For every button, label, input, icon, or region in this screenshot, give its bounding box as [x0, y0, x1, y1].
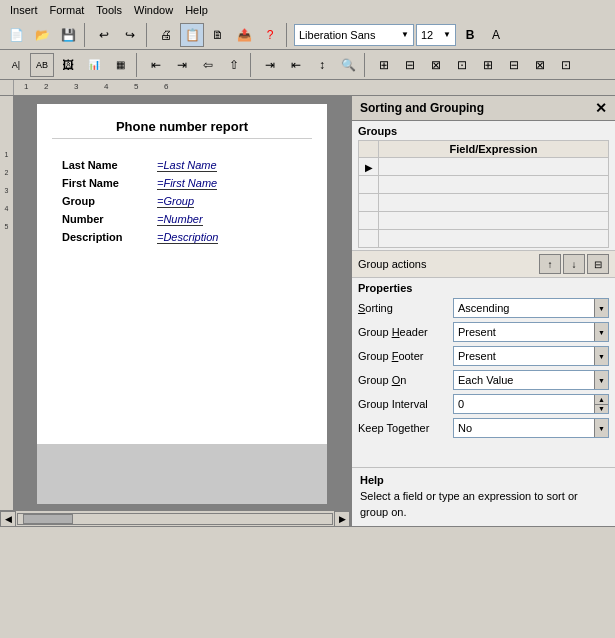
- extra7-btn[interactable]: ⊟: [502, 53, 526, 77]
- redo-btn[interactable]: ↪: [118, 23, 142, 47]
- menu-format[interactable]: Format: [44, 2, 91, 18]
- h-scroll[interactable]: ◀ ▶: [0, 510, 350, 526]
- sep1: [84, 23, 88, 47]
- font-size-dropdown-icon[interactable]: ▼: [443, 30, 451, 39]
- keeptogether-dropdown-icon[interactable]: ▼: [594, 419, 608, 437]
- menu-tools[interactable]: Tools: [90, 2, 128, 18]
- preview-btn[interactable]: 📋: [180, 23, 204, 47]
- menu-insert[interactable]: Insert: [4, 2, 44, 18]
- align-right-btn[interactable]: ⇦: [196, 53, 220, 77]
- prop-row-sorting: Sorting Ascending ▼: [358, 298, 609, 318]
- value-group: =Group: [157, 195, 194, 208]
- prop-value-groupfooter[interactable]: Present ▼: [453, 346, 609, 366]
- extra4-btn[interactable]: ⊠: [424, 53, 448, 77]
- align-down-btn[interactable]: ⇧: [222, 53, 246, 77]
- h-scrolltrack[interactable]: [17, 513, 333, 525]
- table-btn[interactable]: ▦: [108, 53, 132, 77]
- extra5-btn[interactable]: ⊡: [450, 53, 474, 77]
- open-btn[interactable]: 📂: [30, 23, 54, 47]
- group-cell-1[interactable]: [379, 158, 609, 176]
- scroll-right-btn[interactable]: ▶: [334, 511, 350, 527]
- prop-row-groupfooter: Group Footer Present ▼: [358, 346, 609, 366]
- group-row-3: [359, 194, 609, 212]
- group-row-5: [359, 230, 609, 248]
- prop-value-sorting[interactable]: Ascending ▼: [453, 298, 609, 318]
- toolbar-1: 📄 📂 💾 ↩ ↪ 🖨 📋 🗎 📤 ? Liberation Sans ▼ 12…: [0, 20, 615, 50]
- prop-value-groupon[interactable]: Each Value ▼: [453, 370, 609, 390]
- help-btn[interactable]: ?: [258, 23, 282, 47]
- sort-btn[interactable]: ↕: [310, 53, 334, 77]
- panel-title: Sorting and Grouping: [360, 101, 484, 115]
- sorting-dropdown-icon[interactable]: ▼: [594, 299, 608, 317]
- ruler-mark-4: 4: [104, 82, 108, 91]
- zoom-btn[interactable]: 🔍: [336, 53, 360, 77]
- outdent-btn[interactable]: ⇤: [284, 53, 308, 77]
- status-bar: [0, 526, 615, 544]
- scroll-left-btn[interactable]: ◀: [0, 511, 16, 527]
- panel-close-btn[interactable]: ✕: [595, 100, 607, 116]
- prop-label-groupinterval: Group Interval: [358, 398, 453, 410]
- properties-section: Properties Sorting Ascending ▼ Group Hea…: [352, 278, 615, 446]
- document-page: Phone number report Last Name =Last Name…: [37, 104, 327, 504]
- font-dropdown-icon[interactable]: ▼: [401, 30, 409, 39]
- menu-window[interactable]: Window: [128, 2, 179, 18]
- font-selector[interactable]: Liberation Sans ▼: [294, 24, 414, 46]
- groupheader-dropdown-icon[interactable]: ▼: [594, 323, 608, 341]
- ab-btn[interactable]: AB: [30, 53, 54, 77]
- menu-help[interactable]: Help: [179, 2, 214, 18]
- align-center-btn[interactable]: ⇥: [170, 53, 194, 77]
- prop-value-keeptogether[interactable]: No ▼: [453, 418, 609, 438]
- export-btn[interactable]: 📤: [232, 23, 256, 47]
- groupfooter-dropdown-icon[interactable]: ▼: [594, 347, 608, 365]
- group-cell-5[interactable]: [379, 230, 609, 248]
- bold-btn[interactable]: B: [458, 23, 482, 47]
- prop-value-groupinterval[interactable]: 0 ▲ ▼: [453, 394, 609, 414]
- new-btn[interactable]: 📄: [4, 23, 28, 47]
- toolbar-2: A| AB 🖼 📊 ▦ ⇤ ⇥ ⇦ ⇧ ⇥ ⇤ ↕ 🔍 ⊞ ⊟ ⊠ ⊡ ⊞ ⊟ …: [0, 50, 615, 80]
- groups-table: Field/Expression ▶: [358, 140, 609, 248]
- extra9-btn[interactable]: ⊡: [554, 53, 578, 77]
- move-up-btn[interactable]: ↑: [539, 254, 561, 274]
- panel-header: Sorting and Grouping ✕: [352, 96, 615, 121]
- group-cell-2[interactable]: [379, 176, 609, 194]
- extra8-btn[interactable]: ⊠: [528, 53, 552, 77]
- prop-value-groupheader[interactable]: Present ▼: [453, 322, 609, 342]
- extra-btn[interactable]: A: [484, 23, 508, 47]
- report-btn[interactable]: 🗎: [206, 23, 230, 47]
- groupon-dropdown-icon[interactable]: ▼: [594, 371, 608, 389]
- row-group: Group =Group: [62, 195, 312, 208]
- sep3: [286, 23, 290, 47]
- font-size-selector[interactable]: 12 ▼: [416, 24, 456, 46]
- value-description: =Description: [157, 231, 218, 244]
- groups-section: Groups Field/Expression ▶: [352, 121, 615, 248]
- spin-up-btn[interactable]: ▲: [595, 395, 608, 405]
- indent-btn[interactable]: ⇥: [258, 53, 282, 77]
- spin-down-btn[interactable]: ▼: [595, 405, 608, 414]
- save-btn[interactable]: 💾: [56, 23, 80, 47]
- groupinterval-value: 0: [458, 398, 464, 410]
- h-scrollthumb[interactable]: [23, 514, 73, 524]
- extra2-btn[interactable]: ⊞: [372, 53, 396, 77]
- chart-btn[interactable]: 📊: [82, 53, 106, 77]
- ruler: 1 2 3 4 5 6: [0, 80, 615, 96]
- delete-group-btn[interactable]: ⊟: [587, 254, 609, 274]
- group-arrow-1: ▶: [365, 162, 373, 173]
- text-btn[interactable]: A|: [4, 53, 28, 77]
- extra6-btn[interactable]: ⊞: [476, 53, 500, 77]
- group-cell-3[interactable]: [379, 194, 609, 212]
- align-left-btn[interactable]: ⇤: [144, 53, 168, 77]
- extra3-btn[interactable]: ⊟: [398, 53, 422, 77]
- img-btn[interactable]: 🖼: [56, 53, 80, 77]
- ruler-mark-1: 1: [24, 82, 28, 91]
- group-row-2: [359, 176, 609, 194]
- print-btn[interactable]: 🖨: [154, 23, 178, 47]
- ruler-mark-6: 6: [164, 82, 168, 91]
- move-down-btn[interactable]: ↓: [563, 254, 585, 274]
- row-firstname: First Name =First Name: [62, 177, 312, 190]
- groupon-value: Each Value: [458, 374, 513, 386]
- group-cell-4[interactable]: [379, 212, 609, 230]
- value-number: =Number: [157, 213, 203, 226]
- column-header: Field/Expression: [379, 141, 609, 158]
- prop-label-groupheader: Group Header: [358, 326, 453, 338]
- undo-btn[interactable]: ↩: [92, 23, 116, 47]
